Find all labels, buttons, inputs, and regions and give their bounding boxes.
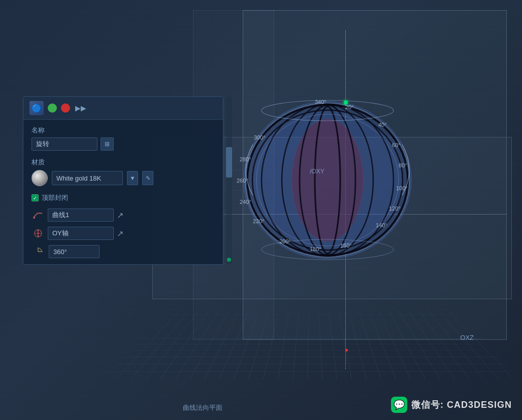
panel-minimize-button[interactable] — [48, 103, 57, 113]
name-input[interactable] — [31, 137, 97, 151]
name-label: 名称 — [31, 126, 215, 135]
axis-cursor-icon: ↗ — [117, 229, 123, 238]
panel-header: 🔵 ▶▶ — [23, 97, 223, 120]
panel-close-button[interactable] — [61, 103, 70, 113]
name-field-group: 名称 ⊞ — [31, 126, 215, 151]
green-dot-top — [344, 100, 348, 104]
panel-scrollbar-dot — [227, 258, 231, 262]
watermark-icon: 💬 — [391, 397, 407, 413]
label-bottom-plane: 曲线法向平面 — [183, 403, 222, 412]
material-section: 材质 ▼ ✎ — [31, 158, 215, 186]
label-oxz: OXZ — [460, 334, 474, 341]
svg-point-32 — [33, 217, 35, 219]
angle-row — [31, 245, 215, 258]
panel-body: 名称 ⊞ 材质 ▼ ✎ 顶部封闭 — [23, 120, 223, 264]
angle-input[interactable] — [49, 245, 100, 258]
axis-icon — [31, 227, 45, 240]
panel-scrollbar[interactable] — [226, 97, 232, 264]
curve1-input[interactable] — [48, 208, 114, 222]
angle-icon — [31, 245, 45, 258]
watermark: 💬 微信号: CAD3DESIGN — [391, 397, 512, 413]
curve1-cursor-icon: ↗ — [117, 211, 123, 220]
top-closed-label: 顶部封闭 — [42, 193, 68, 202]
axis-input[interactable] — [48, 227, 114, 240]
material-row: ▼ ✎ — [31, 170, 215, 186]
red-dot-bottom — [345, 349, 348, 352]
axis-row: ↗ — [31, 227, 215, 240]
name-field-row: ⊞ — [31, 137, 215, 151]
top-closed-checkbox[interactable] — [31, 194, 39, 201]
panel-scrollbar-thumb — [226, 147, 232, 178]
material-edit-button[interactable]: ✎ — [142, 171, 153, 185]
material-label: 材质 — [31, 158, 215, 167]
watermark-text: 微信号: CAD3DESIGN — [411, 399, 512, 411]
material-input[interactable] — [52, 171, 123, 185]
top-closed-row: 顶部封闭 — [31, 193, 215, 202]
name-extra-button[interactable]: ⊞ — [101, 137, 114, 151]
curve1-icon — [31, 208, 45, 222]
material-thumbnail — [31, 170, 48, 186]
axis-vertical — [345, 30, 346, 369]
panel-expand-button[interactable]: ▶▶ — [74, 104, 87, 112]
material-dropdown-button[interactable]: ▼ — [127, 171, 138, 185]
properties-panel: 🔵 ▶▶ 名称 ⊞ 材质 ▼ ✎ 顶部封闭 — [23, 96, 223, 265]
panel-title-icon: 🔵 — [29, 101, 44, 115]
curve1-row: ↗ — [31, 208, 215, 222]
